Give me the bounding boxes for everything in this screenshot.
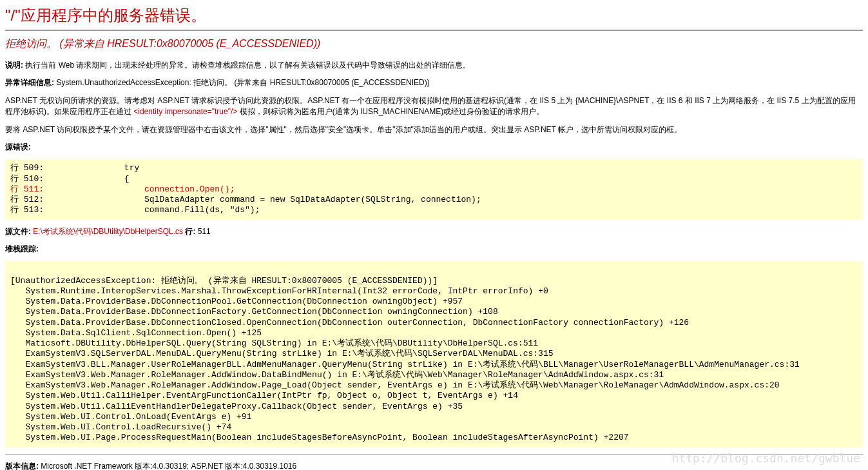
exception-details-label: 异常详细信息: xyxy=(5,78,56,87)
description-text: 执行当前 Web 请求期间，出现未经处理的异常。请检查堆栈跟踪信息，以了解有关该… xyxy=(25,61,470,70)
error-subtitle: 拒绝访问。 (异常来自 HRESULT:0x80070005 (E_ACCESS… xyxy=(5,37,863,51)
source-line-513: 行 513: command.Fill(ds, "ds"); xyxy=(10,205,260,215)
aspnet-permission-note: ASP.NET 无权访问所请求的资源。请考虑对 ASP.NET 请求标识授予访问… xyxy=(5,95,863,118)
stack-trace-label: 堆栈跟踪: xyxy=(5,244,39,253)
version-info-text: Microsoft .NET Framework 版本:4.0.30319; A… xyxy=(41,462,296,470)
source-line-511: 行 511: connection.Open(); xyxy=(10,184,235,194)
aspnet-grant-text: 要将 ASP.NET 访问权限授予某个文件，请在资源管理器中右击该文件，选择"属… xyxy=(5,125,682,134)
source-error-codebox: 行 509: try 行 510: { 行 511: connection.Op… xyxy=(5,159,863,219)
aspnet-grant-note: 要将 ASP.NET 访问权限授予某个文件，请在资源管理器中右击该文件，选择"属… xyxy=(5,124,863,135)
source-error-label: 源错误: xyxy=(5,142,31,152)
page-title: "/"应用程序中的服务器错误。 xyxy=(5,5,863,26)
source-line-label: 行: xyxy=(183,227,198,236)
source-line-510: 行 510: { xyxy=(10,174,130,184)
version-info-paragraph: 版本信息: Microsoft .NET Framework 版本:4.0.30… xyxy=(5,461,863,470)
divider-heavy xyxy=(5,30,863,31)
source-line-512: 行 512: SqlDataAdapter command = new SqlD… xyxy=(10,195,481,204)
description-paragraph: 说明: 执行当前 Web 请求期间，出现未经处理的异常。请检查堆栈跟踪信息，以了… xyxy=(5,60,863,71)
divider-light xyxy=(5,454,863,455)
version-info-label: 版本信息: xyxy=(5,462,41,470)
source-line-number: 511 xyxy=(198,227,211,236)
aspnet-note-post: 模拟，则标识将为匿名用户(通常为 IUSR_MACHINENAME)或经过身份验… xyxy=(237,107,544,116)
exception-details-text: System.UnauthorizedAccessException: 拒绝访问… xyxy=(56,78,429,87)
source-file-paragraph: 源文件: E:\考试系统\代码\DBUtility\DbHelperSQL.cs… xyxy=(5,226,863,237)
source-file-path: E:\考试系统\代码\DBUtility\DbHelperSQL.cs xyxy=(33,227,183,236)
source-file-label: 源文件: xyxy=(5,227,33,236)
stack-trace-codebox: [UnauthorizedAccessException: 拒绝访问。 (异常来… xyxy=(5,261,863,447)
identity-impersonate-tag: <identity impersonate="true"/> xyxy=(133,107,237,116)
description-label: 说明: xyxy=(5,61,25,70)
exception-details-paragraph: 异常详细信息: System.UnauthorizedAccessExcepti… xyxy=(5,77,863,88)
source-line-509: 行 509: try xyxy=(10,163,139,173)
